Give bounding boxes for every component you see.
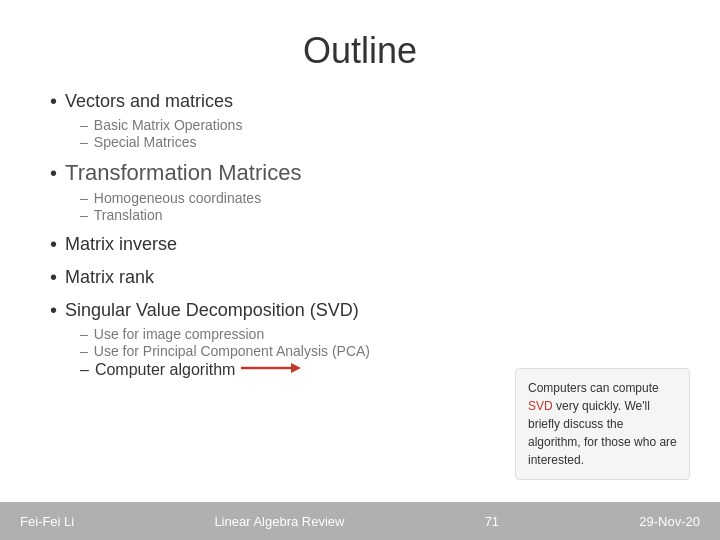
- slide: Outline Vectors and matrices Basic Matri…: [0, 0, 720, 540]
- subitem-homogeneous: Homogeneous coordinates: [80, 190, 670, 206]
- subitem-translation: Translation: [80, 207, 670, 223]
- subitem-image-compression: Use for image compression: [80, 326, 670, 342]
- subitem-basic-matrix: Basic Matrix Operations: [80, 117, 670, 133]
- footer-page: 71: [485, 514, 499, 529]
- bullet-transformation: Transformation Matrices: [50, 160, 670, 186]
- svg-marker-1: [291, 363, 301, 373]
- vectors-subitems: Basic Matrix Operations Special Matrices: [50, 117, 670, 150]
- transformation-subitems: Homogeneous coordinates Translation: [50, 190, 670, 223]
- subitem-special-matrices: Special Matrices: [80, 134, 670, 150]
- footer-bar: Fei-Fei Li Linear Algebra Review 71 29-N…: [0, 502, 720, 540]
- footer-author: Fei-Fei Li: [20, 514, 74, 529]
- slide-title: Outline: [50, 30, 670, 72]
- bullet-svd: Singular Value Decomposition (SVD): [50, 299, 670, 322]
- callout-highlight: SVD: [528, 399, 553, 413]
- footer-date: 29-Nov-20: [639, 514, 700, 529]
- callout-text: Computers can compute SVD very quickly. …: [528, 381, 677, 467]
- outline-list: Vectors and matrices Basic Matrix Operat…: [50, 90, 670, 380]
- bullet-vectors: Vectors and matrices: [50, 90, 670, 113]
- subitem-pca: Use for Principal Component Analysis (PC…: [80, 343, 670, 359]
- arrow-icon: [241, 360, 301, 380]
- bullet-matrix-inverse: Matrix inverse: [50, 233, 670, 256]
- callout-box: Computers can compute SVD very quickly. …: [515, 368, 690, 480]
- footer-center: Linear Algebra Review: [214, 514, 344, 529]
- bullet-matrix-rank: Matrix rank: [50, 266, 670, 289]
